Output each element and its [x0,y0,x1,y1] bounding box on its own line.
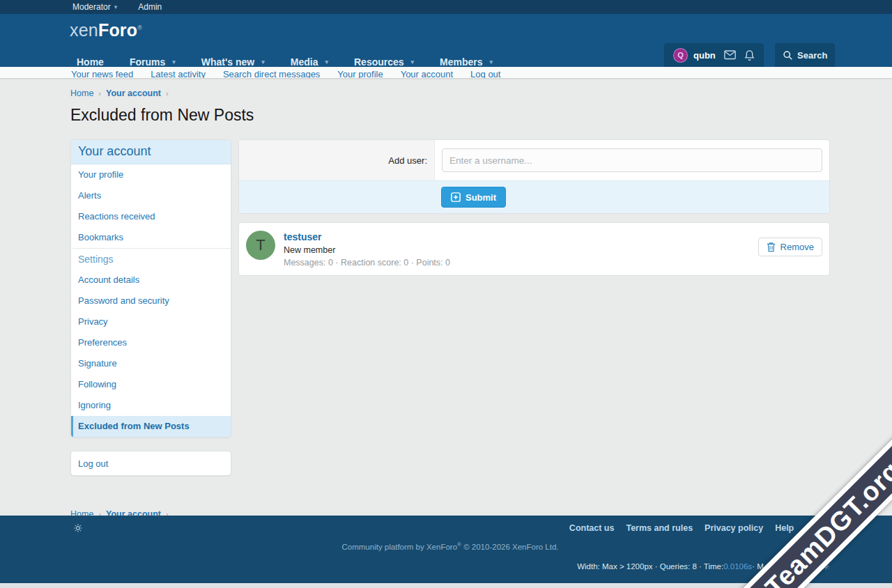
sidebar-item-password-and-security[interactable]: Password and security [71,291,231,311]
admin-bar: Moderator▾ Admin [0,0,892,14]
sidebar-header: Your account [71,140,231,164]
moderator-label: Moderator [72,0,111,15]
debug-time-link[interactable]: 0.0106s [723,562,752,571]
subnav-latest-activity[interactable]: Latest activity [151,67,206,78]
admin-label: Admin [138,0,162,15]
subnav-your-profile[interactable]: Your profile [337,67,383,78]
page-title: Excluded from New Posts [70,106,830,125]
main-nav: Home Forums▾ What's new▾ Media▾ Resource… [77,56,493,67]
moderator-menu[interactable]: Moderator▾ [72,0,117,15]
nav-members[interactable]: Members▾ [440,56,493,67]
gear-icon [73,523,83,533]
footer-links: Contact us Terms and rules Privacy polic… [569,523,830,533]
footer: Contact us Terms and rules Privacy polic… [0,516,892,583]
breadcrumb-separator-icon: › [98,510,101,516]
breadcrumb-separator-icon: › [166,510,169,516]
submit-label: Submit [466,192,496,203]
plus-box-icon [451,192,461,202]
subnav-your-news-feed[interactable]: Your news feed [71,67,133,78]
logo-foro: Foro [98,20,137,40]
xenforo-logo[interactable]: xenForo® [70,20,142,40]
debug-info: Width: Max > 1200px · Queries: 8 · Time:… [577,562,830,571]
nav-forums[interactable]: Forums▾ [130,56,176,67]
copyright-notice: Community platform by XenForo® © 2010-20… [70,541,830,551]
header: xenForo® Home Forums▾ What's new▾ Media▾… [0,14,892,67]
account-panel: Q qubn [664,43,764,67]
nav-home[interactable]: Home [77,56,104,67]
chevron-down-icon: ▾ [172,56,176,67]
sidebar: Your account Your profile Alerts Reactio… [70,139,231,476]
footer-help[interactable]: Help [775,523,794,533]
sidebar-item-account-details[interactable]: Account details [71,270,231,291]
subnav-your-account[interactable]: Your account [401,67,453,78]
bell-icon [744,49,755,61]
nav-media[interactable]: Media▾ [291,56,328,67]
submit-button[interactable]: Submit [441,187,506,208]
member-avatar[interactable]: T [246,231,275,260]
chevron-down-icon: ▾ [411,56,415,67]
avatar: Q [673,48,688,63]
logo-registered-mark: ® [137,24,142,31]
add-user-form: Add user: Submit [238,139,830,214]
remove-label: Remove [780,242,814,252]
member-stats: Messages: 0 · Reaction score: 0 · Points… [284,258,450,268]
bottom-breadcrumb: Home › Your account › [70,499,830,516]
footer-terms-and-rules[interactable]: Terms and rules [626,523,693,533]
sidebar-item-excluded-from-new-posts[interactable]: Excluded from New Posts [71,416,231,437]
debug-suffix: MB · [803,562,820,571]
sidebar-item-your-profile[interactable]: Your profile [71,164,231,185]
sidebar-item-reactions-received[interactable]: Reactions received [71,206,231,227]
debug-gear-button[interactable] [822,562,830,571]
subnav-log-out[interactable]: Log out [470,67,500,78]
username-input[interactable] [442,148,822,172]
sidebar-item-following[interactable]: Following [71,374,231,395]
nav-resources[interactable]: Resources▾ [354,56,414,67]
trash-icon [767,242,776,252]
breadcrumb-your-account[interactable]: Your account [106,509,161,516]
style-chooser-button[interactable] [73,523,83,533]
breadcrumb-home[interactable]: Home [70,88,93,98]
search-icon [783,50,793,61]
breadcrumb-your-account[interactable]: Your account [106,88,161,98]
main-content: Add user: Submit T [238,139,830,276]
admin-link[interactable]: Admin [138,0,162,15]
bottom-strip [0,583,892,588]
search-button[interactable]: Search [775,43,835,67]
breadcrumb: Home › Your account › [70,78,830,102]
user-menu[interactable]: Q qubn [673,48,716,63]
sidebar-item-preferences[interactable]: Preferences [71,332,231,353]
breadcrumb-home[interactable]: Home [70,509,93,516]
sidebar-log-out-link[interactable]: Log out [78,458,108,469]
content-area: Home › Your account › Excluded from New … [0,78,892,516]
remove-button[interactable]: Remove [758,238,822,256]
breadcrumb-separator-icon: › [166,89,169,98]
add-user-label: Add user: [239,140,435,180]
chevron-down-icon: ▾ [490,56,493,67]
subnav-strip: Your news feed Latest activity Search di… [0,67,892,78]
conversations-button[interactable] [724,50,736,60]
sidebar-item-ignoring[interactable]: Ignoring [71,395,231,416]
chevron-down-icon: ▾ [325,56,328,67]
debug-mid: · M [752,562,764,571]
footer-contact-us[interactable]: Contact us [569,523,615,533]
breadcrumb-separator-icon: › [98,89,101,98]
sidebar-section-settings: Settings [71,248,231,270]
nav-whats-new[interactable]: What's new▾ [201,56,265,67]
logo-xen: xen [70,20,98,40]
member-username-link[interactable]: testuser [284,231,321,242]
subnav-search-direct-messages[interactable]: Search direct messages [223,67,320,78]
gear-icon [822,562,830,571]
alerts-button[interactable] [744,49,755,61]
chevron-down-icon: ▾ [261,56,265,67]
footer-home[interactable]: Home [806,523,830,533]
debug-prefix: Width: Max > 1200px · Queries: 8 · Time: [577,562,723,571]
search-label: Search [797,50,827,61]
sidebar-item-privacy[interactable]: Privacy [71,311,231,332]
username-label: qubn [693,50,716,61]
sidebar-item-alerts[interactable]: Alerts [71,185,231,206]
footer-privacy-policy[interactable]: Privacy policy [705,523,763,533]
sidebar-item-bookmarks[interactable]: Bookmarks [71,227,231,248]
sidebar-item-signature[interactable]: Signature [71,353,231,374]
member-title: New member [284,245,450,255]
envelope-icon [724,50,736,60]
